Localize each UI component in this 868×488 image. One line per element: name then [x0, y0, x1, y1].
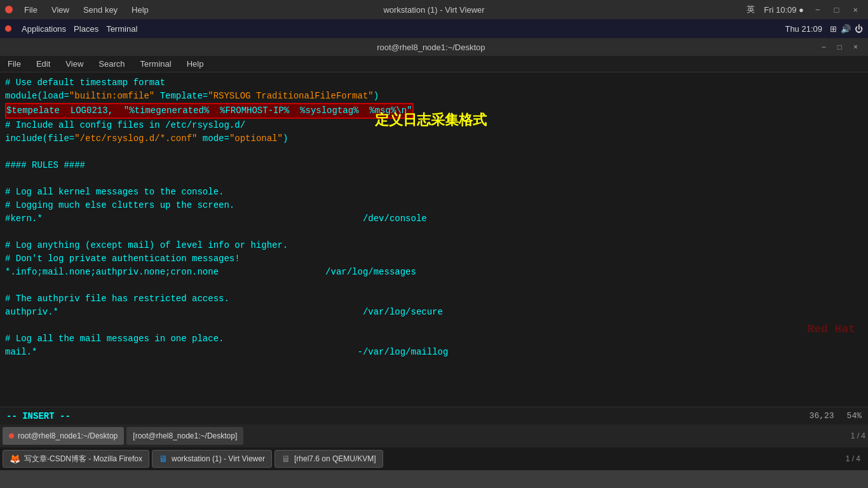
terminal-close-btn[interactable]: × [850, 41, 862, 53]
outer-maximize-btn[interactable]: □ [829, 4, 844, 16]
terminal-menubar: File Edit View Search Terminal Help [0, 56, 868, 72]
virt-icon: 🖥 [159, 454, 168, 464]
terminal-minimize-btn[interactable]: − [818, 41, 830, 53]
terminal-menu-edit[interactable]: Edit [34, 58, 53, 70]
vm-icon: 🖥 [281, 454, 290, 464]
inner-desktop-bar-left: Applications Places Terminal [5, 24, 137, 34]
vim-position: 36,23 [810, 411, 834, 421]
outer-taskbar-virt[interactable]: 🖥 workstation (1) - Virt Viewer [152, 450, 272, 468]
code-line-comment-1: # Use default timestamp format [5, 76, 863, 90]
outer-taskbar-firefox[interactable]: 🦊 写文章-CSDN博客 - Mozilla Firefox [3, 450, 149, 468]
outer-taskbar-virt-label: workstation (1) - Virt Viewer [172, 454, 265, 463]
code-line-blank-2 [5, 172, 863, 186]
terminal-win-btns: − □ × [818, 41, 862, 53]
volume-icon: 🔊 [841, 24, 851, 34]
outer-titlebar-left: File View Send key Help [5, 5, 151, 15]
outer-titlebar-right: 英 Fri 10:09 ● − □ × [744, 4, 863, 16]
terminal-titlebar: root@rhel8_node1:~/Desktop − □ × [0, 38, 868, 56]
outer-menu-help[interactable]: Help [129, 5, 151, 15]
inner-taskbar-item-1[interactable]: root@rhel8_node1:~/Desktop [3, 427, 124, 445]
code-line-blank-4 [5, 279, 863, 292]
code-line-rules: #### RULES #### [5, 159, 863, 172]
code-line-kernel-comment-2: # Logging much else clutters up the scre… [5, 199, 863, 212]
system-lang: 英 [744, 4, 757, 15]
terminal-menu-terminal[interactable]: Terminal [138, 58, 174, 70]
terminal-menu-help[interactable]: Help [184, 58, 207, 70]
power-icon: ⏻ [855, 24, 863, 34]
inner-taskbar-label-2: [root@rhel8_node1:~/Desktop] [133, 431, 237, 440]
code-line-info-comment-2: # Don't log private authentication messa… [5, 252, 863, 266]
code-line-kern-rule: #kern.* /dev/console [5, 212, 863, 226]
inner-time: Thu 21:09 [785, 24, 822, 34]
inner-app-dot [5, 25, 11, 32]
code-line-include: include(file="/etc/rsyslog.d/*.conf" mod… [5, 132, 863, 146]
code-line-authpriv-rule: authpriv.* /var/log/secure [5, 306, 863, 319]
terminal-content[interactable]: # Use default timestamp format module(lo… [0, 72, 868, 407]
outer-taskbar-vm[interactable]: 🖥 [rhel7.6 on QEMU/KVM] [275, 450, 383, 468]
code-line-blank-5 [5, 319, 863, 332]
outer-minimize-btn[interactable]: − [810, 4, 825, 16]
vim-mode: -- INSERT -- [6, 411, 71, 421]
terminal-menu-file[interactable]: File [5, 58, 24, 70]
code-line-kernel-comment-1: # Log all kernel messages to the console… [5, 186, 863, 199]
outer-menu-file[interactable]: File [22, 5, 40, 15]
outer-taskbar: 🦊 写文章-CSDN博客 - Mozilla Firefox 🖥 worksta… [0, 447, 868, 470]
tray-icons: ⊞ 🔊 ⏻ [830, 24, 863, 34]
outer-titlebar: File View Send key Help workstation (1) … [0, 0, 868, 19]
code-line-blank-3 [5, 226, 863, 239]
vim-percent: 54% [847, 411, 862, 421]
code-line-mail-rule: mail.* -/var/log/maillog [5, 346, 863, 359]
code-line-mail-comment: # Log all the mail messages in one place… [5, 332, 863, 346]
inner-menu-places[interactable]: Places [74, 24, 98, 34]
inner-taskbar-label-1: root@rhel8_node1:~/Desktop [18, 431, 118, 440]
outer-menu-view[interactable]: View [49, 5, 72, 15]
inner-desktop-bar-right: Thu 21:09 ⊞ 🔊 ⏻ [785, 24, 863, 34]
outer-window-title: workstation (1) - Virt Viewer [383, 5, 484, 15]
inner-desktop-bar: Applications Places Terminal Thu 21:09 ⊞… [0, 19, 868, 38]
outer-taskbar-firefox-label: 写文章-CSDN博客 - Mozilla Firefox [24, 454, 142, 464]
outer-taskbar-vm-label: [rhel7.6 on QEMU/KVM] [294, 454, 376, 463]
terminal-menu-view[interactable]: View [63, 58, 86, 70]
inner-menu-terminal[interactable]: Terminal [106, 24, 137, 34]
terminal-statusbar: -- INSERT -- 36,23 54% [0, 407, 868, 424]
inner-menu-applications[interactable]: Applications [22, 24, 66, 34]
inner-taskbar-page: 1 / 4 [851, 431, 865, 440]
code-line-authpriv-comment: # The authpriv file has restricted acces… [5, 292, 863, 306]
code-line-info-rule: *.info;mail.none;authpriv.none;cron.none… [5, 266, 863, 279]
code-line-module: module(load="builtin:omfile" Template="R… [5, 90, 863, 103]
outer-menu-sendkey[interactable]: Send key [81, 5, 120, 15]
chinese-annotation: 定义日志采集格式 [375, 109, 487, 130]
terminal-title: root@rhel8_node1:~/Desktop [44, 43, 818, 52]
terminal-dot-1 [9, 433, 14, 438]
code-line-info-comment-1: # Log anything (except mail) of level in… [5, 239, 863, 252]
outer-taskbar-page: 1 / 4 [846, 454, 865, 463]
firefox-icon: 🦊 [10, 454, 20, 464]
network-icon: ⊞ [830, 24, 837, 34]
inner-taskbar: root@rhel8_node1:~/Desktop [root@rhel8_n… [0, 424, 868, 447]
app-indicator-dot [5, 6, 13, 13]
inner-taskbar-item-2[interactable]: [root@rhel8_node1:~/Desktop] [126, 427, 243, 445]
outer-close-btn[interactable]: × [848, 4, 863, 16]
terminal-menu-search[interactable]: Search [96, 58, 127, 70]
redhat-watermark: Red Hat [807, 321, 855, 338]
terminal-maximize-btn[interactable]: □ [834, 41, 846, 53]
system-time: Fri 10:09 ● [761, 5, 806, 15]
code-line-blank-1 [5, 146, 863, 159]
